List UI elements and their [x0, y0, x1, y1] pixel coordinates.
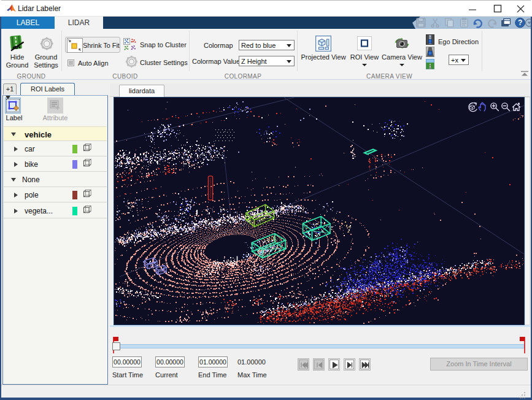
svg-text:?: ?: [518, 18, 522, 27]
